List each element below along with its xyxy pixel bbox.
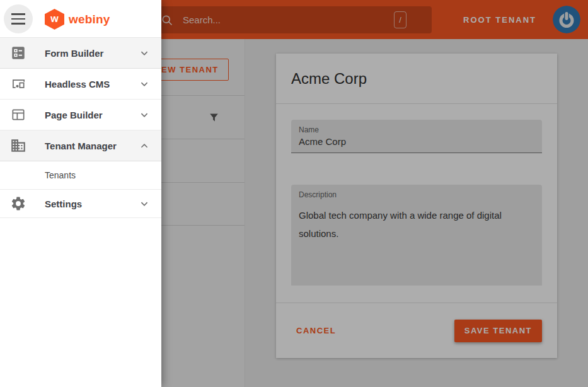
sidebar-item-label: Settings [45, 199, 137, 209]
chevron-up-icon [137, 139, 151, 153]
sidebar-item-label: Tenant Manager [45, 141, 137, 151]
hamburger-menu-button[interactable] [4, 4, 33, 33]
sidebar-item-form-builder[interactable]: Form Builder [0, 38, 161, 69]
tenant-manager-building-icon [10, 137, 26, 154]
chevron-down-icon [137, 108, 151, 122]
drawer-nav: Form Builder Headless CMS [0, 38, 161, 218]
webiny-logo-text: webiny [69, 13, 110, 26]
chevron-down-icon [137, 197, 151, 211]
chevron-down-icon [137, 46, 151, 60]
sidebar-item-tenant-manager[interactable]: Tenant Manager [0, 130, 161, 161]
drawer-header: w webiny [0, 0, 161, 38]
sidebar-item-label: Page Builder [45, 110, 137, 120]
headless-cms-icon [10, 76, 26, 92]
sidebar-item-label: Form Builder [45, 48, 137, 59]
webiny-logo-hexagon-icon: w [45, 9, 64, 30]
navigation-drawer: w webiny Form Builder [0, 0, 161, 387]
chevron-down-icon [137, 77, 151, 91]
gear-icon [10, 195, 26, 212]
sidebar-item-page-builder[interactable]: Page Builder [0, 100, 161, 130]
sidebar-item-settings[interactable]: Settings [0, 190, 161, 218]
sidebar-item-label: Tenants [45, 170, 76, 180]
webiny-logo[interactable]: w webiny [45, 9, 110, 30]
sidebar-item-tenants[interactable]: Tenants [0, 161, 161, 190]
webiny-admin-screen: Search... / ROOT TENANT NEW TENANT [0, 0, 588, 387]
form-builder-icon [10, 45, 26, 61]
page-builder-icon [10, 107, 26, 123]
sidebar-item-label: Headless CMS [45, 79, 137, 90]
sidebar-item-headless-cms[interactable]: Headless CMS [0, 69, 161, 100]
